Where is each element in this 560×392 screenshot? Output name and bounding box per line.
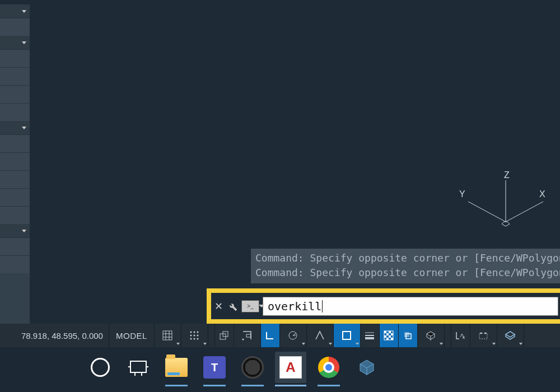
command-history[interactable]: Command: Specify opposite corner or [Fen… [251,249,560,283]
svg-rect-18 [343,332,351,339]
command-prompt-icon[interactable]: >_ [241,300,259,312]
osnap-toggle[interactable] [334,324,361,347]
app-button[interactable] [351,352,382,383]
ortho-toggle[interactable] [261,324,280,347]
chrome-button[interactable] [313,352,344,383]
grid-toggle[interactable] [155,324,181,347]
svg-point-15 [242,339,244,340]
model-space-button[interactable]: MODEL [109,324,155,347]
drawing-canvas[interactable]: Z Y X Command: Specify opposite corner o… [30,0,560,324]
palette-row[interactable] [0,67,30,85]
command-line-highlight: ✕ >_ overkill [207,288,560,324]
isoplane-toggle[interactable] [307,324,334,347]
svg-point-34 [480,333,482,334]
svg-rect-16 [246,334,251,337]
svg-point-9 [197,335,199,337]
command-input[interactable]: overkill [263,297,558,316]
palette-section-header[interactable] [0,36,30,49]
svg-point-11 [194,338,195,340]
infer-constraints-toggle[interactable] [215,324,234,347]
svg-marker-3 [502,222,510,226]
palette-row[interactable] [0,152,30,170]
snap-toggle[interactable] [181,324,208,347]
palette-section-header[interactable] [0,4,30,18]
cortana-icon [91,358,110,377]
obs-icon [241,356,264,379]
svg-point-8 [194,335,195,337]
status-separator [208,324,215,347]
svg-rect-28 [389,335,391,338]
palette-row[interactable] [0,18,30,36]
teams-button[interactable]: T [199,352,230,383]
palette-row[interactable] [0,206,30,224]
status-toggle-group [155,324,524,347]
status-bar: 78.918, 48.595, 0.000 MODEL [0,324,560,347]
prompt-glyph: >_ [247,303,253,309]
left-palette [0,0,30,324]
3d-osnap-toggle[interactable] [418,324,445,347]
svg-rect-26 [391,333,393,335]
selection-cycling-toggle[interactable] [399,324,418,347]
wrench-icon[interactable] [227,301,238,312]
cortana-button[interactable] [85,352,116,383]
chevron-down-icon [22,41,26,44]
command-history-line: Command: Specify opposite corner or [Fen… [255,251,556,265]
svg-line-1 [468,202,506,222]
palette-row[interactable] [0,237,30,255]
svg-point-12 [197,338,199,340]
svg-point-4 [190,332,192,333]
palette-row[interactable] [0,188,30,206]
chevron-down-icon [259,305,264,307]
status-separator [445,324,451,347]
chevron-down-icon [22,127,26,129]
selection-filter-toggle[interactable] [470,324,497,347]
svg-line-2 [506,202,543,222]
palette-gap [0,0,30,4]
palette-row[interactable] [0,85,30,103]
svg-point-5 [194,332,195,333]
polar-toggle[interactable] [280,324,307,347]
file-explorer-button[interactable] [161,352,192,383]
ucs-x-label: X [539,189,545,199]
obs-button[interactable] [237,352,268,383]
palette-row[interactable] [0,103,30,121]
palette-row[interactable] [0,134,30,152]
transparency-toggle[interactable] [380,324,399,347]
svg-point-35 [485,333,487,334]
cube-icon [357,357,377,377]
palette-section-header[interactable] [0,121,30,134]
task-view-icon [127,358,150,377]
ucs-y-label: Y [459,189,465,199]
svg-point-6 [197,332,199,333]
dynamic-ucs-toggle[interactable] [451,324,470,347]
task-view-button[interactable] [123,352,154,383]
chrome-icon [318,357,339,378]
palette-section-header[interactable] [0,224,30,237]
svg-point-10 [190,338,192,340]
svg-rect-30 [391,338,393,340]
palette-row[interactable] [0,170,30,188]
palette-spacer [0,273,30,324]
svg-rect-23 [384,331,386,333]
palette-row[interactable] [0,255,30,273]
palette-row[interactable] [0,49,30,67]
svg-rect-24 [389,331,391,333]
svg-rect-33 [479,333,487,339]
command-input-value: overkill [268,300,321,313]
coordinates-readout[interactable]: 78.918, 48.595, 0.000 [0,324,109,347]
ucs-z-label: Z [504,170,510,180]
ucs-indicator: Z Y X [458,172,548,234]
svg-rect-36 [130,361,146,372]
svg-rect-25 [386,333,389,335]
command-history-line: Command: Specify opposite corner or [Fen… [255,265,556,280]
close-icon[interactable]: ✕ [213,300,223,312]
svg-point-7 [190,335,192,337]
dynamic-input-toggle[interactable] [234,324,261,347]
chevron-down-icon [22,10,26,13]
gizmo-toggle[interactable] [497,324,524,347]
folder-icon [165,358,188,377]
windows-taskbar: T A [0,347,560,392]
autocad-button[interactable]: A [275,352,306,383]
teams-icon: T [203,356,226,379]
lineweight-toggle[interactable] [361,324,380,347]
